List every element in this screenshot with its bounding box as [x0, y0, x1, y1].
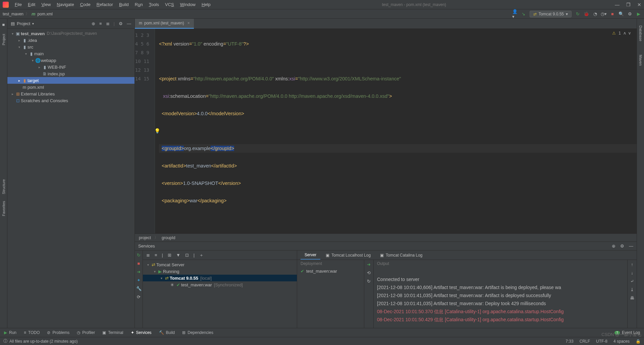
tab-server[interactable]: Server [301, 251, 320, 260]
intention-bulb-icon[interactable]: 💡 [155, 127, 160, 135]
tree-indexjsp[interactable]: 🗎 index.jsp [7, 70, 135, 77]
breadcrumb-project[interactable]: test_maven [3, 12, 23, 16]
gear-icon[interactable]: ⚙ [627, 11, 633, 17]
deploy-icon[interactable]: ➜ [137, 269, 141, 274]
settings-icon[interactable]: ⚙ [119, 21, 123, 26]
hammer-icon[interactable]: ↘ [521, 11, 526, 17]
tree-root[interactable]: ▾▣ test_maven D:\JavaProjects\test_maven [7, 30, 135, 37]
menu-edit[interactable]: Edit [25, 1, 38, 8]
next-highlight-icon[interactable]: v [629, 31, 631, 36]
expand-all-icon[interactable]: ≣ [146, 253, 150, 258]
minimize-icon[interactable]: ― [615, 2, 620, 7]
add-icon[interactable]: ＋ [199, 252, 204, 258]
rerun-icon[interactable]: ↻ [575, 11, 580, 17]
add-user-icon[interactable]: 👤▾ [512, 11, 518, 17]
tool-profiler[interactable]: ◷Profiler [77, 330, 95, 335]
tree-src[interactable]: ▾▮ src [7, 44, 135, 50]
refresh-icon[interactable]: ↻ [367, 279, 371, 284]
stop-icon[interactable]: ■ [138, 261, 140, 266]
locate-icon[interactable]: ⊕ [92, 21, 95, 26]
services-tree[interactable]: ▾⇄ Tomcat Server ▾▶ Running ▾⇄ Tomcat 9.… [143, 260, 297, 328]
tool-dependencies[interactable]: ⊞Dependencies [182, 330, 213, 335]
lock-icon[interactable]: 🔒 [636, 339, 641, 344]
tool-maven[interactable]: Maven [639, 55, 643, 66]
svc-tomcat-root[interactable]: ▾⇄ Tomcat Server [143, 261, 297, 268]
menu-refactor[interactable]: Refactor [94, 1, 116, 8]
search-icon[interactable]: 🔍 [619, 11, 624, 17]
expand-all-icon[interactable]: ≡ [99, 21, 102, 26]
line-separator[interactable]: CRLF [580, 339, 590, 344]
menu-build[interactable]: Build [116, 1, 131, 8]
run-icon[interactable]: ▶ [636, 11, 641, 17]
soft-wrap-icon[interactable]: ⤶ [630, 279, 634, 284]
collapse-all-icon[interactable]: ≡ [155, 253, 157, 258]
menu-file[interactable]: File [12, 1, 24, 8]
menu-help[interactable]: Help [199, 1, 213, 8]
menu-vcs[interactable]: VCS [162, 1, 177, 8]
menu-window[interactable]: Window [177, 1, 198, 8]
menu-code[interactable]: Code [77, 1, 93, 8]
tree-idea[interactable]: ▸▮ .idea [7, 37, 135, 44]
close-icon[interactable]: ✕ [637, 2, 641, 7]
filter-icon[interactable]: ▼ [176, 253, 180, 258]
project-dropdown-icon[interactable]: ▤ [11, 21, 15, 26]
editor-code[interactable]: <?xml version="1.0" encoding="UTF-8"?> <… [155, 29, 637, 233]
bookmark-icon[interactable]: ■ [2, 22, 5, 27]
svc-artifact[interactable]: ✳✔ test_maven:war [Synchronized] [143, 281, 297, 288]
tree-webapp[interactable]: ▾🌐 webapp [7, 57, 135, 64]
coverage-icon[interactable]: ◔ [592, 11, 598, 17]
layout-icon[interactable]: ⊡ [185, 253, 189, 258]
expand-icon[interactable]: ⊕ [612, 244, 615, 249]
breadcrumb[interactable]: test_maven 〉 m pom.xml [3, 11, 53, 17]
tool-services[interactable]: ✦Services [131, 330, 152, 335]
scroll-down-icon[interactable]: ↓ [631, 270, 633, 275]
menu-tools[interactable]: Tools [146, 1, 162, 8]
stop-icon[interactable]: ■ [610, 11, 615, 17]
svc-tomcat-instance[interactable]: ▾⇄ Tomcat 9.0.55 [local] [143, 275, 297, 281]
menu-view[interactable]: View [39, 1, 53, 8]
menu-navigate[interactable]: Navigate [54, 1, 76, 8]
tool-favorites[interactable]: Favorites [2, 201, 6, 216]
tree-scratches[interactable]: ⊡ Scratches and Consoles [7, 97, 135, 104]
tool-build[interactable]: 🔨Build [159, 330, 175, 335]
editor-gutter[interactable]: 1 2 3 4 5 6 7 8 9 10 11 12 13 14 15 [135, 29, 155, 233]
run-config-selector[interactable]: ⇄ Tomcat 9.0.55 ▾ [530, 11, 572, 17]
editor-breadcrumb[interactable]: project 〉 groupId [135, 233, 637, 242]
tree-ext-libs[interactable]: ▸⊞ External Libraries [7, 90, 135, 97]
console-output[interactable]: Connected to server [2021-12-08 10:01:40… [374, 267, 627, 328]
inspection-widget[interactable]: ⚠ 1 ʌ v [612, 31, 631, 36]
tool-todo[interactable]: ≡TODO [24, 330, 40, 335]
deploy-item[interactable]: ✔ test_maven:war [297, 267, 364, 275]
project-tree[interactable]: ▾▣ test_maven D:\JavaProjects\test_maven… [7, 29, 135, 328]
hide-icon[interactable]: — [127, 21, 131, 26]
gear-icon[interactable]: ⚙ [620, 244, 624, 249]
scroll-end-icon[interactable]: ⤓ [630, 287, 634, 292]
tree-main[interactable]: ▾▮ main [7, 50, 135, 57]
open-browser-icon[interactable]: ✦ [137, 278, 141, 283]
caret-position[interactable]: 7:33 [566, 339, 573, 344]
tree-webinf[interactable]: ▸▮ WEB-INF [7, 64, 135, 70]
indent-info[interactable]: 4 spaces [613, 339, 630, 344]
crumb-project[interactable]: project [139, 235, 151, 240]
tree-target[interactable]: ▸▮ target [7, 77, 135, 84]
breadcrumb-file[interactable]: pom.xml [38, 12, 53, 16]
svc-running[interactable]: ▾▶ Running [143, 268, 297, 275]
refresh-icon[interactable]: ⟳ [137, 294, 141, 299]
project-panel-title[interactable]: Project [17, 21, 30, 26]
tool-project[interactable]: Project [2, 34, 6, 45]
close-tab-icon[interactable]: × [187, 21, 190, 25]
chevron-down-icon[interactable]: ▾ [32, 22, 34, 25]
collapse-all-icon[interactable]: ≣ [106, 21, 110, 26]
editor-tab-pom[interactable]: m pom.xml (test_maven) × [135, 19, 194, 29]
tool-terminal[interactable]: ▣Terminal [102, 330, 123, 335]
scroll-up-icon[interactable]: ↑ [631, 262, 633, 267]
group-icon[interactable]: ⊞ [168, 253, 171, 258]
wrench-icon[interactable]: 🔧 [136, 286, 142, 291]
link-icon[interactable]: ⟲ [367, 270, 371, 275]
menu-run[interactable]: Run [132, 1, 146, 8]
debug-icon[interactable]: 🐞 [584, 11, 589, 17]
tool-structure[interactable]: Structure [2, 179, 6, 194]
hide-icon[interactable]: — [629, 244, 633, 249]
file-encoding[interactable]: UTF-8 [596, 339, 607, 344]
crumb-groupid[interactable]: groupId [162, 235, 175, 240]
